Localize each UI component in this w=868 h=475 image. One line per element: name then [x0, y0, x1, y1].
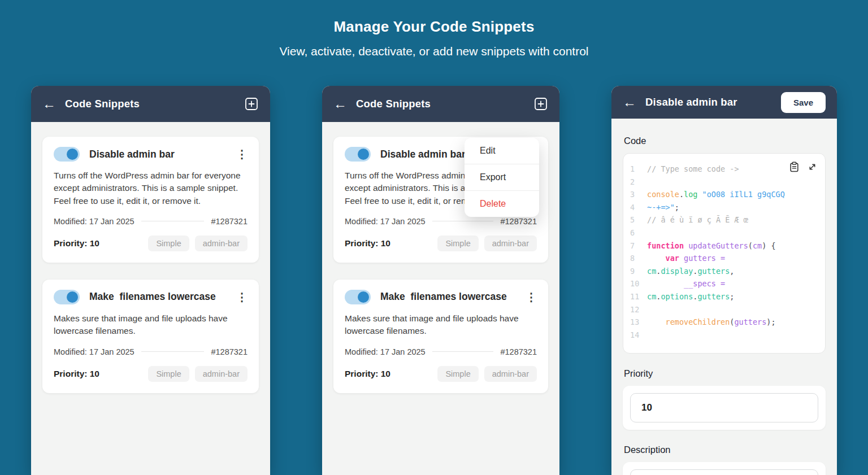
- screen-title: Code Snippets: [65, 98, 140, 110]
- priority-text: Priority: 10: [345, 238, 390, 249]
- snippet-meta: Modified: 17 Jan 2025 #1287321: [345, 217, 537, 226]
- code-line: 4~-+=>";: [630, 201, 818, 214]
- snippet-name: Disable admin bar: [89, 149, 175, 160]
- page-subtitle: View, activate, deactivate, or add new s…: [0, 45, 868, 58]
- menu-item-edit[interactable]: Edit: [465, 138, 539, 164]
- tag-badge: Simple: [437, 236, 478, 251]
- back-icon[interactable]: ←: [333, 97, 347, 111]
- tag-badge: Simple: [148, 366, 189, 382]
- description-field-card: Makes sure that image and file uploads h…: [623, 462, 826, 475]
- tag-badge: Simple: [437, 366, 478, 382]
- line-number: 14: [630, 329, 647, 342]
- snippet-meta: Modified: 17 Jan 2025 #1287321: [54, 217, 248, 226]
- snippet-name: Disable admin bar: [380, 149, 466, 160]
- save-button[interactable]: Save: [781, 92, 826, 113]
- modified-date: Modified: 17 Jan 2025: [54, 347, 134, 356]
- toggle-knob: [67, 291, 78, 303]
- priority-field-card: 10: [623, 386, 826, 430]
- priority-text: Priority: 10: [345, 369, 390, 379]
- line-number: 1: [630, 163, 647, 176]
- menu-item-export[interactable]: Export: [465, 164, 539, 191]
- tag-badge: admin-bar: [484, 236, 537, 251]
- priority-input[interactable]: 10: [630, 393, 818, 422]
- code-line: 3console.log "oO08 iIlL1 g9qCGQ: [630, 188, 818, 201]
- copy-code-icon[interactable]: [789, 162, 799, 176]
- code-line: 6: [630, 226, 818, 239]
- snippet-card: Make filenames lowercase ⋮ Makes sure th…: [333, 280, 548, 393]
- snippet-id: #1287321: [500, 217, 537, 226]
- context-menu: Edit Export Delete: [465, 138, 539, 217]
- hero-header: Manage Your Code Snippets View, activate…: [0, 0, 868, 58]
- priority-text: Priority: 10: [54, 238, 99, 249]
- line-number: 4: [630, 201, 647, 214]
- code-line: 13 removeChildren(gutters);: [630, 316, 818, 329]
- snippet-id: #1287321: [500, 347, 537, 356]
- toggle-knob: [358, 291, 369, 303]
- priority-section-label: Priority: [624, 368, 824, 379]
- line-number: 2: [630, 176, 647, 189]
- toggle-knob: [358, 149, 369, 160]
- modified-date: Modified: 17 Jan 2025: [345, 347, 426, 356]
- line-number: 5: [630, 213, 647, 226]
- snippet-edit-screen: ← Disable admin bar Save Code 1// Type s…: [611, 86, 837, 475]
- snippet-description: Turns off the WordPress admin bar for ev…: [54, 169, 248, 207]
- snippet-description: Makes sure that image and file uploads h…: [345, 312, 537, 338]
- add-snippet-icon[interactable]: [244, 97, 259, 111]
- app-bar: ← Code Snippets: [31, 86, 270, 122]
- kebab-menu-icon[interactable]: ⋮: [236, 149, 248, 160]
- code-section-label: Code: [624, 136, 824, 146]
- app-bar: ← Disable admin bar Save: [611, 86, 837, 119]
- snippet-toggle[interactable]: [345, 147, 371, 162]
- code-lines: 1// Type some code ->23console.log "oO08…: [630, 163, 818, 341]
- kebab-menu-icon[interactable]: ⋮: [526, 291, 537, 303]
- code-line: 5// â é ù ï ø ç Ã Ē Æ œ: [630, 213, 818, 226]
- kebab-menu-icon[interactable]: ⋮: [236, 291, 248, 303]
- tag-badge: admin-bar: [195, 236, 248, 251]
- code-line: 2: [630, 176, 818, 189]
- snippet-meta: Modified: 17 Jan 2025 #1287321: [345, 347, 537, 356]
- app-bar: ← Code Snippets: [322, 86, 559, 122]
- snippet-id: #1287321: [211, 217, 248, 226]
- code-line: 12: [630, 303, 818, 316]
- line-number: 6: [630, 226, 647, 239]
- modified-date: Modified: 17 Jan 2025: [345, 217, 426, 226]
- toggle-knob: [67, 149, 78, 160]
- line-number: 3: [630, 188, 647, 201]
- tag-badge: admin-bar: [195, 366, 248, 382]
- code-editor[interactable]: 1// Type some code ->23console.log "oO08…: [623, 153, 826, 354]
- code-line: 10 __specs =: [630, 277, 818, 290]
- description-section-label: Description: [624, 445, 824, 455]
- back-icon[interactable]: ←: [623, 95, 636, 109]
- priority-text: Priority: 10: [54, 369, 99, 379]
- code-line: 8 var gutters =: [630, 252, 818, 265]
- page-title: Manage Your Code Snippets: [0, 0, 868, 36]
- menu-item-delete[interactable]: Delete: [465, 191, 539, 217]
- snippet-card: Make filenames lowercase ⋮ Makes sure th…: [42, 280, 259, 393]
- divider-line: [141, 351, 205, 352]
- snippet-list-screen: ← Code Snippets Disable admin bar ⋮ Turn…: [31, 86, 270, 475]
- add-snippet-icon[interactable]: [533, 97, 548, 111]
- screen-title: Code Snippets: [356, 98, 431, 110]
- line-number: 10: [630, 277, 647, 290]
- expand-code-icon[interactable]: [808, 162, 817, 176]
- code-line: 14: [630, 329, 818, 342]
- line-number: 12: [630, 303, 647, 316]
- line-number: 11: [630, 290, 647, 303]
- code-line: 7function updateGutters(cm) {: [630, 239, 818, 252]
- divider-line: [141, 221, 205, 221]
- line-number: 7: [630, 239, 647, 252]
- tag-badge: Simple: [148, 236, 189, 251]
- snippet-toggle[interactable]: [54, 147, 80, 162]
- screen-title: Disable admin bar: [645, 96, 737, 108]
- snippet-toggle[interactable]: [345, 290, 371, 304]
- snippet-toggle[interactable]: [54, 290, 80, 304]
- snippet-meta: Modified: 17 Jan 2025 #1287321: [54, 347, 248, 356]
- code-line: 11cm.options.gutters;: [630, 290, 818, 303]
- snippet-id: #1287321: [211, 347, 248, 356]
- snippet-name: Make filenames lowercase: [89, 291, 216, 303]
- snippet-name: Make filenames lowercase: [380, 291, 507, 303]
- description-input[interactable]: Makes sure that image and file uploads h…: [630, 469, 818, 475]
- modified-date: Modified: 17 Jan 2025: [54, 217, 134, 226]
- back-icon[interactable]: ←: [42, 97, 56, 111]
- snippet-description: Makes sure that image and file uploads h…: [54, 312, 248, 338]
